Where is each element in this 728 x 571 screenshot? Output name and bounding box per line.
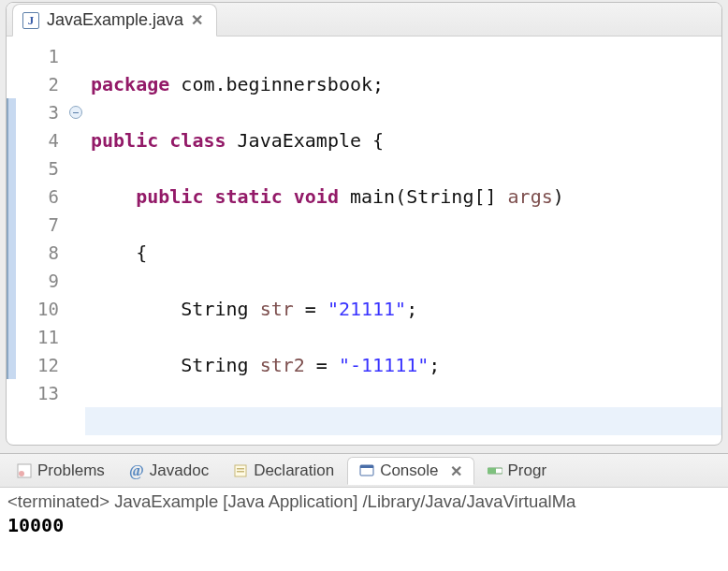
- tab-javadoc[interactable]: @ Javadoc: [118, 458, 220, 484]
- editor-pane: J JavaExample.java ✕ 1 2 3 4 5 6 7: [6, 2, 722, 446]
- line-number-gutter: 1 2 3 4 5 6 7 8 9 10 11 12 13: [16, 37, 66, 445]
- editor-tab-label: JavaExample.java: [47, 10, 183, 30]
- close-icon[interactable]: ✕: [450, 462, 462, 480]
- editor-tabstrip: J JavaExample.java ✕: [7, 3, 721, 37]
- tab-declaration[interactable]: Declaration: [222, 458, 345, 484]
- change-marker-gutter: [7, 37, 16, 445]
- tab-problems[interactable]: Problems: [6, 458, 116, 484]
- ide-root: J JavaExample.java ✕ 1 2 3 4 5 6 7: [0, 0, 728, 571]
- fold-gutter: [66, 37, 85, 445]
- progress-icon: [488, 463, 502, 478]
- console-icon: [359, 463, 374, 478]
- console-body: <terminated> JavaExample [Java Applicati…: [0, 488, 728, 571]
- console-status: <terminated> JavaExample [Java Applicati…: [7, 491, 721, 512]
- code-text[interactable]: package com.beginnersbook; public class …: [85, 37, 721, 445]
- console-output: 10000: [7, 514, 721, 536]
- javadoc-icon: @: [129, 463, 144, 478]
- tab-console[interactable]: Console ✕: [347, 457, 473, 485]
- problems-icon: [17, 463, 32, 478]
- svg-point-1: [19, 471, 24, 476]
- bottom-tabstrip: Problems @ Javadoc Declaration Console ✕: [0, 454, 728, 488]
- svg-rect-3: [237, 468, 244, 470]
- tab-progress[interactable]: Progr: [476, 458, 559, 484]
- declaration-icon: [233, 463, 248, 478]
- editor-tab-javaexample[interactable]: J JavaExample.java ✕: [12, 4, 217, 37]
- svg-rect-8: [488, 468, 496, 474]
- bottom-pane: Problems @ Javadoc Declaration Console ✕: [0, 453, 728, 571]
- fold-toggle-icon[interactable]: [69, 106, 82, 119]
- java-file-icon: J: [22, 12, 39, 29]
- close-icon[interactable]: ✕: [191, 11, 203, 29]
- svg-rect-6: [360, 465, 373, 468]
- code-area[interactable]: 1 2 3 4 5 6 7 8 9 10 11 12 13: [7, 37, 721, 445]
- svg-rect-4: [237, 471, 244, 473]
